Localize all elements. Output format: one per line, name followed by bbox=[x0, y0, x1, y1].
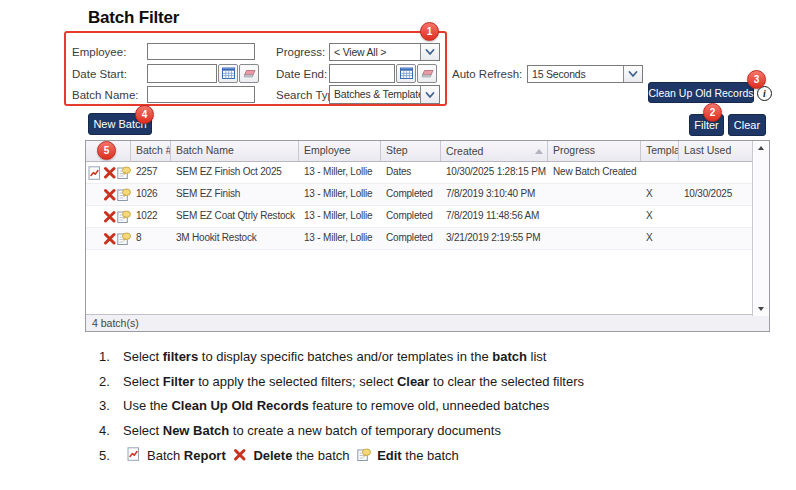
column-header-progress[interactable]: Progress bbox=[548, 141, 641, 161]
cell-batch-name: 3M Hookit Restock bbox=[171, 228, 299, 249]
column-header-created[interactable]: Created bbox=[441, 141, 548, 161]
date-end-clear-button[interactable] bbox=[417, 64, 437, 83]
chevron-down-icon[interactable] bbox=[623, 66, 642, 82]
cell-employee: 13 - Miller, Lollie bbox=[299, 184, 381, 205]
table-row[interactable]: 1022 SEM EZ Coat Qtrly Restock 13 - Mill… bbox=[86, 206, 769, 228]
edit-batch-icon[interactable] bbox=[117, 232, 131, 246]
callout-5-badge: 5 bbox=[97, 141, 116, 160]
cell-last-used bbox=[679, 228, 754, 249]
instructions-list: 1. Select filters to display specific ba… bbox=[99, 349, 739, 474]
column-header-employee[interactable]: Employee bbox=[299, 141, 381, 161]
date-start-clear-button[interactable] bbox=[239, 64, 259, 83]
progress-selected-value: < View All > bbox=[330, 44, 420, 60]
cell-progress bbox=[548, 228, 641, 249]
report-icon-placeholder bbox=[88, 210, 102, 224]
auto-refresh-selected-value: 15 Seconds bbox=[528, 66, 623, 82]
table-footer: 4 batch(s) bbox=[86, 314, 769, 331]
column-header-batch-number[interactable]: Batch # bbox=[131, 141, 171, 161]
edit-batch-icon[interactable] bbox=[117, 210, 131, 224]
table-row[interactable]: 8 3M Hookit Restock 13 - Miller, Lollie … bbox=[86, 228, 769, 250]
cell-batch-number: 8 bbox=[131, 228, 171, 249]
cell-created: 7/8/2019 11:48:56 AM bbox=[441, 206, 548, 227]
cell-employee: 13 - Miller, Lollie bbox=[299, 228, 381, 249]
date-end-group bbox=[329, 64, 437, 83]
delete-batch-icon[interactable] bbox=[103, 210, 117, 224]
column-header-last-used[interactable]: Last Used bbox=[679, 141, 754, 161]
callout-1-badge: 1 bbox=[420, 22, 439, 41]
search-type-select[interactable]: Batches & Templates bbox=[329, 85, 440, 104]
table-row[interactable]: 1026 SEM EZ Finish 13 - Miller, Lollie C… bbox=[86, 184, 769, 206]
delete-batch-icon[interactable] bbox=[103, 166, 117, 180]
cell-step: Completed bbox=[381, 228, 441, 249]
cell-batch-number: 1026 bbox=[131, 184, 171, 205]
callout-4-badge: 4 bbox=[135, 105, 154, 124]
clean-up-old-records-button[interactable]: Clean Up Old Records bbox=[648, 82, 754, 103]
date-start-input[interactable] bbox=[147, 64, 217, 83]
delete-batch-icon[interactable] bbox=[103, 188, 117, 202]
cell-step: Dates bbox=[381, 162, 441, 183]
edit-icon bbox=[357, 448, 373, 464]
instruction-item-1: 1. Select filters to display specific ba… bbox=[99, 349, 739, 364]
cell-last-used: 10/30/2025 bbox=[679, 184, 754, 205]
chevron-down-icon[interactable] bbox=[420, 44, 439, 60]
cell-template: X bbox=[641, 206, 679, 227]
cell-created: 7/8/2019 3:10:40 PM bbox=[441, 184, 548, 205]
cell-batch-number: 1022 bbox=[131, 206, 171, 227]
cell-batch-name: SEM EZ Finish Oct 2025 bbox=[171, 162, 299, 183]
cell-employee: 13 - Miller, Lollie bbox=[299, 206, 381, 227]
clear-button[interactable]: Clear bbox=[728, 114, 766, 136]
scroll-up-icon[interactable] bbox=[758, 146, 764, 150]
eraser-icon bbox=[421, 69, 434, 79]
eraser-icon bbox=[243, 69, 256, 79]
delete-batch-icon[interactable] bbox=[103, 232, 117, 246]
scroll-down-icon[interactable] bbox=[758, 307, 764, 311]
table-row[interactable]: 2257 SEM EZ Finish Oct 2025 13 - Miller,… bbox=[86, 162, 769, 184]
report-icon-placeholder bbox=[88, 232, 102, 246]
cell-batch-name: SEM EZ Finish bbox=[171, 184, 299, 205]
batch-name-label: Batch Name: bbox=[72, 89, 138, 101]
sort-ascending-icon bbox=[535, 149, 543, 154]
calendar-icon bbox=[222, 67, 235, 80]
date-start-group bbox=[147, 64, 259, 83]
callout-2-badge: 2 bbox=[703, 103, 722, 122]
instruction-item-2: 2. Select Filter to apply the selected f… bbox=[99, 374, 739, 389]
edit-batch-icon[interactable] bbox=[117, 188, 131, 202]
progress-label: Progress: bbox=[276, 46, 325, 58]
cell-step: Completed bbox=[381, 184, 441, 205]
employee-input[interactable] bbox=[147, 43, 255, 60]
column-header-template[interactable]: Template bbox=[641, 141, 679, 161]
date-start-calendar-button[interactable] bbox=[218, 64, 238, 83]
search-type-selected-value: Batches & Templates bbox=[330, 86, 420, 103]
cell-template: X bbox=[641, 184, 679, 205]
edit-batch-icon[interactable] bbox=[117, 166, 131, 180]
column-header-step[interactable]: Step bbox=[381, 141, 441, 161]
batch-report-icon bbox=[127, 447, 143, 463]
delete-icon bbox=[233, 448, 249, 464]
chevron-down-icon[interactable] bbox=[420, 86, 439, 103]
cell-batch-name: SEM EZ Coat Qtrly Restock bbox=[171, 206, 299, 227]
cell-created: 3/21/2019 2:19:55 PM bbox=[441, 228, 548, 249]
batch-report-icon[interactable] bbox=[88, 166, 102, 180]
auto-refresh-select[interactable]: 15 Seconds bbox=[527, 65, 643, 83]
vertical-scrollbar[interactable] bbox=[752, 141, 769, 316]
cell-employee: 13 - Miller, Lollie bbox=[299, 162, 381, 183]
progress-select[interactable]: < View All > bbox=[329, 43, 440, 61]
auto-refresh-label: Auto Refresh: bbox=[452, 68, 522, 80]
column-header-batch-name[interactable]: Batch Name bbox=[171, 141, 299, 161]
cell-template bbox=[641, 162, 679, 183]
date-start-label: Date Start: bbox=[72, 68, 127, 80]
date-end-calendar-button[interactable] bbox=[396, 64, 416, 83]
table-header-row: Batch # Batch Name Employee Step Created… bbox=[86, 141, 769, 162]
instruction-item-4: 4. Select New Batch to create a new batc… bbox=[99, 423, 739, 438]
cell-batch-number: 2257 bbox=[131, 162, 171, 183]
batch-name-input[interactable] bbox=[147, 86, 255, 103]
date-end-input[interactable] bbox=[329, 64, 395, 83]
cell-progress: New Batch Created bbox=[548, 162, 641, 183]
cell-created: 10/30/2025 1:28:15 PM bbox=[441, 162, 548, 183]
cell-last-used bbox=[679, 206, 754, 227]
cell-progress bbox=[548, 184, 641, 205]
instruction-item-3: 3. Use the Clean Up Old Records feature … bbox=[99, 398, 739, 413]
cell-progress bbox=[548, 206, 641, 227]
report-icon-placeholder bbox=[88, 188, 102, 202]
callout-3-badge: 3 bbox=[747, 70, 766, 89]
